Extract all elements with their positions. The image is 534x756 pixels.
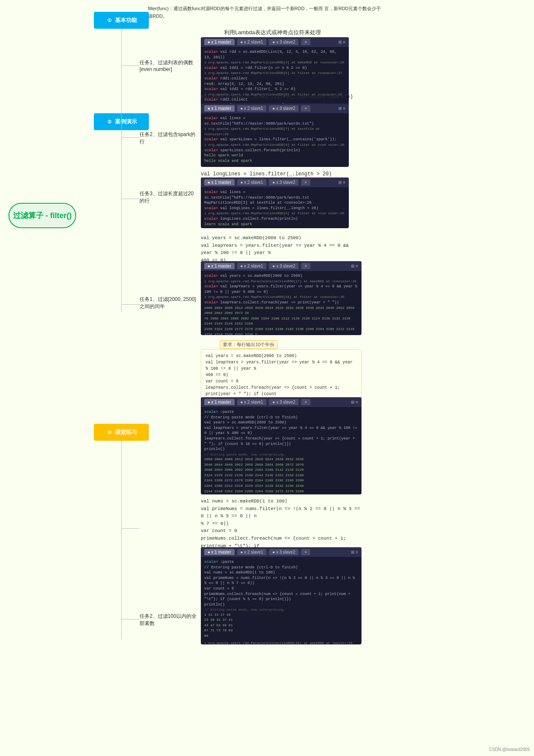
code-display-task2: val sparkLines = lines.filter(_.contains…: [201, 93, 353, 101]
terminal-5-body: scala> :paste // Entering paste mode (ct…: [201, 407, 361, 494]
v-connector-2: [121, 130, 122, 312]
section-2-badge: ②: [106, 118, 113, 126]
terminal-5-header: ● x 1 master ● x 2 slave1 ● x 3 slave2 +…: [201, 397, 361, 407]
terminal-3: ● x 1 master ● x 2 slave1 ● x 3 slave2 +…: [201, 177, 349, 228]
terminal-1-body: scala> val rdd = sc.makeRDD(List(6, 12, …: [201, 47, 349, 111]
terminal-2-header: ● x 1 master ● x 2 slave1 ● x 3 slave2 +…: [201, 104, 349, 113]
task-2-label: 任务2、过滤包含spark的行: [140, 131, 199, 145]
h-connector-6: [121, 619, 140, 620]
watermark: CSDN @howard2005: [489, 747, 530, 752]
h-connector-2: [121, 137, 140, 138]
main-title-box: 过滤算子 - filter(): [8, 203, 76, 228]
h-connector-4: [121, 304, 140, 305]
page-container: filter(func)：通过函数func对源RDD的每个元素进行过滤，并返回一…: [0, 0, 534, 756]
section-3-badge: ③: [106, 428, 113, 436]
terminal-1-header: ● x 1 master ● x 2 slave1 ● x 3 slave2 +…: [201, 37, 349, 47]
task-1-label: 任务1、过滤列表的偶数[even number]: [140, 59, 199, 72]
terminal-6: ● x 1 master ● x 2 slave1 ● x 3 slave2 +…: [201, 547, 361, 644]
section-1-box: ① 基本功能: [94, 12, 149, 29]
terminal-6-body: scala> :paste // Entering paste mode (ct…: [201, 557, 361, 644]
terminal-2: ● x 1 master ● x 2 slave1 ● x 3 slave2 +…: [201, 104, 349, 167]
code-display-task3: val longLines = lines.filter(_.length > …: [201, 170, 332, 178]
terminal-3-header: ● x 1 master ● x 2 slave1 ● x 3 slave2 +…: [201, 177, 349, 187]
h-connector-1: [121, 66, 140, 66]
requirement-label: 要求：每行输出10个年份: [220, 340, 277, 349]
task-3-label: 任务3、过滤长度超过20的行: [140, 190, 199, 205]
main-title: 过滤算子 - filter(): [13, 210, 72, 221]
terminal-5: ● x 1 master ● x 2 slave1 ● x 3 slave2 +…: [201, 397, 361, 494]
terminal-3-body: scala> val lines = sc.textFile("hdfs://m…: [201, 187, 349, 228]
terminal-2-body: scala> val lines = sc.textFile("hdfs://m…: [201, 113, 349, 166]
terminal-6-header: ● x 1 master ● x 2 slave1 ● x 3 slave2 +…: [201, 547, 361, 557]
task-2-2-label: 任务2、过滤100以内的全部素数: [140, 613, 199, 627]
lambda-heading: 利用Lambda表达式或神奇点位符来处理: [224, 29, 321, 36]
section-3-box: ③ 课堂练习: [94, 424, 149, 441]
section-3-label: 课堂练习: [115, 428, 137, 436]
terminal-4-body: scala> val years = sc.makeRDD(2000 to 25…: [201, 271, 361, 335]
section-1-badge: ①: [106, 16, 113, 24]
terminal-4-header: ● x 1 master ● x 2 slave1 ● x 3 slave2 +…: [201, 261, 361, 271]
section-2-label: 案例演示: [115, 118, 137, 126]
h-connector-3: [121, 199, 140, 199]
task-2-1-label: 任务1、过滤[2000, 2500]之间的闰年: [140, 296, 199, 310]
v-connector-3: [121, 441, 122, 639]
section-1-label: 基本功能: [115, 16, 137, 24]
terminal-4: ● x 1 master ● x 2 slave1 ● x 3 slave2 +…: [201, 261, 361, 335]
top-description: filter(func)：通过函数func对源RDD的每个元素进行过滤，并返回一…: [148, 5, 385, 20]
h-connector-5: [121, 528, 140, 529]
